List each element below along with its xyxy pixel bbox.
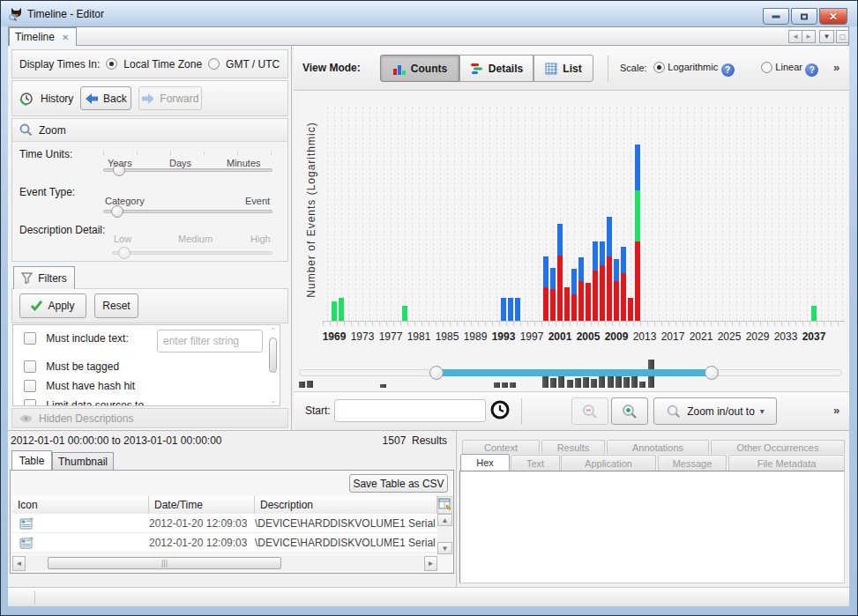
event-bar-2001-blue[interactable] (557, 224, 563, 256)
tab-other-occurrences[interactable]: Other Occurrences (711, 440, 845, 454)
start-clock-icon[interactable] (489, 399, 511, 420)
reset-button[interactable]: Reset (94, 293, 138, 318)
tab-table[interactable]: Table (11, 450, 52, 470)
scale-linear-option[interactable]: Linear ? (761, 61, 818, 77)
scroll-right-icon[interactable]: ► (424, 556, 437, 571)
event-bar-1994-blue[interactable] (508, 298, 513, 321)
event-bar-1995-blue[interactable] (515, 298, 520, 321)
table-vscrollbar[interactable]: ▲ ▼ (437, 514, 452, 554)
scroll-up-icon[interactable]: ⌃ (268, 327, 278, 335)
event-bar-1993-blue[interactable] (501, 298, 506, 321)
zoom-pane-header[interactable]: Zoom (12, 119, 287, 142)
save-table-csv-button[interactable]: Save Table as CSV (349, 474, 448, 493)
tab-timeline[interactable]: Timeline ✕ (9, 27, 77, 46)
event-bar-2009-red[interactable] (614, 281, 619, 321)
description-detail-thumb[interactable] (118, 247, 131, 259)
scale-logarithmic-option[interactable]: Logarithmic ? (653, 61, 735, 77)
time-units-slider[interactable] (103, 168, 272, 172)
bottom-toolbar-overflow-icon[interactable]: » (833, 404, 839, 417)
hidden-descriptions-bar[interactable]: Hidden Descriptions (11, 408, 288, 428)
event-bar-2008-red[interactable] (607, 256, 612, 321)
tab-hex[interactable]: Hex (460, 454, 510, 471)
tab-context[interactable]: Context (462, 440, 540, 454)
event-bar-2004-red[interactable] (578, 281, 584, 321)
range-end-thumb[interactable] (705, 366, 719, 380)
event-bar-2004-blue[interactable] (578, 257, 584, 281)
tab-list-dropdown-icon[interactable]: ▼ (819, 30, 834, 43)
event-bar-2005-red[interactable] (586, 283, 591, 321)
tab-file-metadata[interactable]: File Metadata (728, 455, 845, 471)
linear-help-icon[interactable]: ? (805, 63, 818, 77)
event-bar-1999-red[interactable] (543, 287, 548, 321)
must-have-hash-hit-checkbox[interactable] (24, 380, 36, 392)
event-bar-2012-red[interactable] (635, 241, 640, 321)
column-description[interactable]: Description (255, 496, 437, 514)
forward-button[interactable]: Forward (138, 86, 202, 110)
table-row[interactable]: 2012-01-20 12:09:03 \DEVICE\HARDDISKVOLU… (12, 533, 437, 553)
maximize-button[interactable] (791, 8, 817, 25)
radio-gmt-label[interactable]: GMT / UTC (226, 58, 280, 71)
tab-scroll-right-icon[interactable]: ► (802, 30, 816, 43)
title-bar[interactable]: Timeline - Editor ✕ (1, 1, 857, 26)
event-type-slider[interactable] (103, 210, 272, 213)
history-label[interactable]: History (41, 93, 73, 105)
event-bar-2001-red[interactable] (557, 256, 563, 321)
radio-logarithmic[interactable] (653, 62, 665, 73)
event-bar-2010-red[interactable] (621, 273, 626, 321)
event-bar-2011-red[interactable] (628, 298, 633, 321)
table-row[interactable]: 2012-01-20 12:09:03 \DEVICE\HARDDISKVOLU… (12, 514, 437, 533)
zoom-out-button[interactable] (571, 397, 608, 425)
event-bar-2007-red[interactable] (600, 265, 605, 321)
description-detail-slider[interactable] (112, 251, 272, 255)
tab-scroll-left-icon[interactable]: ◄ (788, 30, 802, 43)
event-bar-2003-blue[interactable] (571, 269, 577, 294)
event-bar-2006-red[interactable] (593, 271, 598, 321)
radio-local-label[interactable]: Local Time Zone (123, 58, 202, 71)
event-bar-2010-blue[interactable] (621, 247, 626, 273)
hex-content-area[interactable] (459, 471, 845, 583)
minimize-button[interactable] (763, 8, 789, 25)
event-bar-2003-red[interactable] (571, 294, 577, 321)
filter-list-scrollbar[interactable]: ⌃ ⌄ (268, 327, 278, 404)
event-bar-1979-green[interactable] (402, 306, 407, 321)
event-bar-2000-red[interactable] (550, 289, 556, 321)
tab-maximize-icon[interactable]: ▢ (836, 30, 849, 43)
column-datetime[interactable]: Date/Time (149, 496, 255, 514)
table-hscrollbar[interactable]: ◄ ► ||| (12, 556, 437, 571)
radio-linear[interactable] (761, 62, 772, 73)
filter-string-input[interactable] (157, 330, 263, 353)
tab-close-icon[interactable]: ✕ (62, 33, 69, 42)
event-bar-2012-blue[interactable] (635, 145, 640, 190)
event-bar-2008-blue[interactable] (607, 217, 612, 256)
apply-button[interactable]: Apply (19, 293, 86, 318)
list-button[interactable]: List (533, 55, 593, 82)
counts-button[interactable]: Counts (380, 55, 459, 82)
tab-filters[interactable]: Filters (13, 266, 75, 289)
close-button[interactable]: ✕ (819, 8, 847, 25)
tab-results[interactable]: Results (541, 440, 605, 454)
event-bar-2009-blue[interactable] (614, 259, 619, 281)
start-datetime-input[interactable] (334, 399, 486, 422)
radio-local-time-zone[interactable] (106, 58, 117, 70)
tab-annotations[interactable]: Annotations (607, 440, 709, 454)
tab-text[interactable]: Text (511, 455, 560, 471)
scroll-left-icon[interactable]: ◄ (12, 556, 26, 571)
details-button[interactable]: Details (459, 55, 533, 82)
must-include-text-checkbox[interactable] (24, 332, 36, 345)
event-bar-2006-blue[interactable] (593, 241, 598, 271)
event-type-thumb[interactable] (111, 205, 123, 218)
back-button[interactable]: Back (80, 86, 131, 110)
column-icon[interactable]: Icon (12, 496, 149, 514)
scroll-down-icon[interactable]: ▼ (437, 542, 452, 554)
event-bar-2037-green[interactable] (811, 306, 817, 321)
logarithmic-help-icon[interactable]: ? (721, 63, 735, 77)
zoom-in-button[interactable] (611, 397, 648, 425)
range-start-thumb[interactable] (429, 366, 444, 380)
event-bar-2002-red[interactable] (564, 287, 570, 321)
event-bar-1969-green[interactable] (332, 301, 337, 321)
toolbar-overflow-icon[interactable]: » (833, 61, 839, 74)
radio-gmt-utc[interactable] (208, 58, 220, 70)
scroll-up-icon[interactable]: ▲ (437, 514, 452, 526)
slider-selected-range[interactable] (437, 369, 713, 376)
event-bar-2012-green[interactable] (635, 190, 640, 241)
